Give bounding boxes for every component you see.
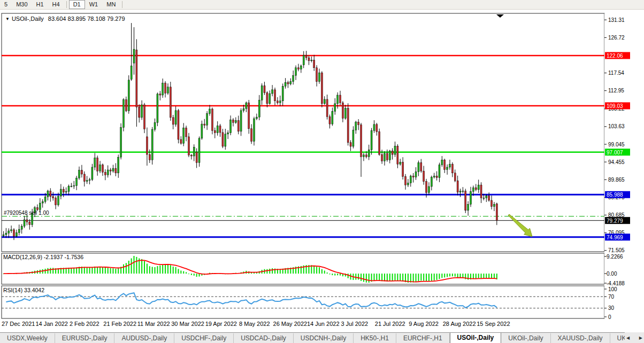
candle-body	[217, 126, 218, 133]
candle-body	[454, 173, 456, 181]
candle-body	[8, 231, 10, 233]
price-badge-label: 85.988	[607, 192, 623, 198]
timeframe-button-h4[interactable]: H4	[48, 0, 64, 9]
candle-body	[467, 204, 469, 211]
main-chart-panel[interactable]	[2, 13, 604, 252]
candle-body	[3, 235, 4, 236]
timeframe-button-m30[interactable]: M30	[12, 0, 32, 9]
chart-dropdown-icon[interactable]: ▼	[5, 17, 10, 21]
macd-histogram-bar	[173, 267, 174, 274]
macd-histogram-bar	[355, 274, 356, 279]
price-tick-label: 89.865	[608, 177, 625, 183]
macd-histogram-bar	[167, 264, 168, 274]
symbol-tab-ukoil-daily[interactable]: UKOil-,Daily	[501, 333, 550, 343]
candle-body	[285, 82, 286, 86]
symbol-tab-audusd-daily[interactable]: AUDUSD-,Daily	[114, 333, 174, 343]
candle-body	[465, 191, 466, 211]
macd-histogram-bar	[348, 274, 349, 278]
candle-body	[97, 158, 98, 172]
macd-histogram-bar	[178, 269, 179, 274]
candle-body	[420, 162, 422, 171]
candle-body	[410, 176, 411, 183]
candle-body	[112, 168, 114, 171]
macd-histogram-bar	[319, 267, 320, 274]
bid-price-badge-label: 79.279	[607, 218, 623, 224]
candle-body	[407, 183, 409, 185]
macd-histogram-bar	[141, 259, 142, 274]
candle-body	[384, 153, 385, 161]
symbol-tab-usdx-weekly[interactable]: USDX,Weekly	[0, 333, 55, 343]
candle-body	[376, 124, 378, 132]
macd-histogram-bar	[441, 274, 442, 278]
candle-body	[26, 220, 28, 222]
rsi-panel[interactable]	[2, 286, 604, 318]
candle-body	[334, 104, 336, 111]
timeframe-button-d1[interactable]: D1	[69, 0, 85, 9]
candle-body	[246, 103, 247, 108]
candle-body	[439, 165, 440, 178]
candle-body	[186, 128, 187, 137]
timeframe-button-mn[interactable]: MN	[102, 0, 120, 9]
time-axis[interactable]	[2, 319, 604, 330]
macd-histogram-bar	[91, 267, 93, 274]
macd-histogram-bar	[321, 269, 323, 274]
macd-histogram-bar	[486, 274, 487, 278]
candle-body	[141, 105, 143, 118]
macd-histogram-bar	[363, 274, 364, 282]
candle-body	[201, 124, 203, 138]
symbol-tab-eurusd-daily[interactable]: EURUSD-,Daily	[55, 333, 115, 343]
rsi-label: RSI(14) 33.4042	[3, 287, 44, 293]
symbol-tab-usdcnh-daily[interactable]: USDCNH-,Daily	[294, 333, 354, 343]
macd-histogram-bar	[366, 274, 367, 283]
macd-histogram-bar	[334, 274, 335, 276]
symbol-tab-hk50-h1[interactable]: HK50-,H1	[354, 333, 396, 343]
candle-body	[222, 132, 224, 146]
candle-body	[18, 229, 20, 232]
candle-body	[29, 222, 30, 224]
candle-body	[94, 158, 96, 167]
candle-body	[412, 176, 414, 177]
candle-body	[418, 162, 419, 172]
candle-body	[397, 146, 398, 164]
price-tick-label: 71.505	[608, 247, 625, 253]
price-tick-label: 126.72	[608, 35, 625, 41]
symbol-tab-usdchf-daily[interactable]: USDCHF-,Daily	[174, 333, 234, 343]
macd-histogram-bar	[191, 274, 192, 275]
price-badge-label: 122.06	[607, 53, 623, 59]
macd-histogram-bar	[89, 268, 90, 274]
chart-canvas[interactable]: 131.31126.72117.54112.95108.22103.6399.0…	[0, 0, 644, 332]
candle-body	[115, 168, 117, 173]
candle-body	[337, 95, 339, 104]
candle-body	[444, 160, 446, 169]
candle-body	[110, 170, 111, 171]
symbol-tab-xauusd-daily[interactable]: XAUUSD-,Daily	[551, 333, 610, 343]
macd-histogram-bar	[84, 267, 85, 274]
timeframe-button-h1[interactable]: H1	[32, 0, 48, 9]
candle-body	[5, 233, 7, 235]
candle-body	[433, 176, 435, 177]
symbol-tab-usoil-daily[interactable]: USOil-,Daily	[450, 332, 502, 343]
symbol-tab-eurchf-h1[interactable]: EURCHF-,H1	[396, 333, 450, 343]
candle-body	[180, 139, 182, 143]
candle-body	[441, 160, 443, 165]
candle-body	[122, 100, 124, 128]
timeframe-button-w1[interactable]: W1	[85, 0, 103, 9]
macd-histogram-bar	[175, 267, 177, 274]
candle-body	[373, 124, 375, 131]
macd-label: MACD(12,26,9) -2.1937 -1.7536	[3, 254, 83, 260]
macd-histogram-bar	[196, 274, 197, 277]
symbol-tab-usdcad-daily[interactable]: USDCAD-,Daily	[234, 333, 294, 343]
candle-body	[256, 117, 257, 119]
candle-body	[277, 101, 278, 103]
candle-body	[55, 198, 57, 205]
timeframe-button-5[interactable]: 5	[0, 0, 12, 9]
macd-histogram-bar	[147, 264, 148, 274]
tab-scroll-right-icon[interactable]: ▶	[639, 336, 642, 340]
macd-tick-label: 9.2266	[607, 254, 623, 260]
candle-body	[431, 177, 432, 186]
macd-histogram-bar	[392, 274, 393, 281]
tab-scroll-left-icon[interactable]: ◀	[626, 336, 630, 340]
candle-body	[162, 83, 164, 95]
candle-body	[313, 60, 315, 67]
candle-body	[21, 226, 22, 229]
